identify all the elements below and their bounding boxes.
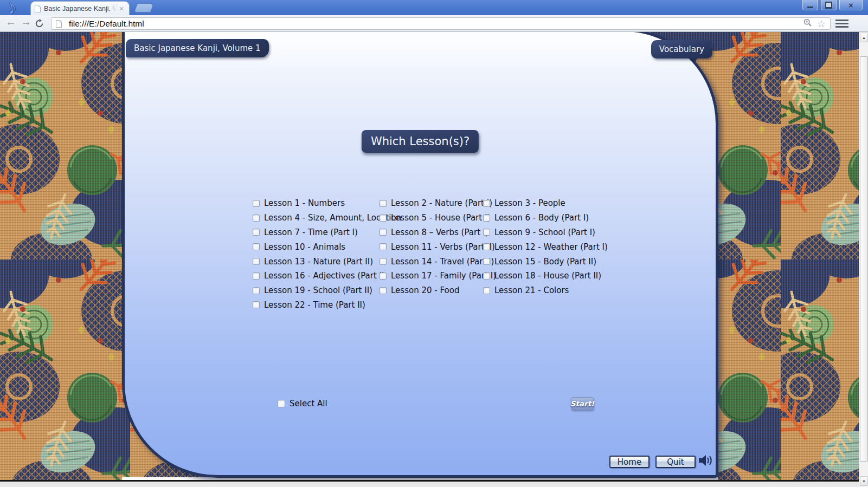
lesson-checkbox[interactable] xyxy=(253,229,260,236)
lesson-label: Lesson 22 - Time (Part II) xyxy=(264,300,365,310)
start-button[interactable]: Start! xyxy=(571,397,594,410)
lesson-checkbox[interactable] xyxy=(380,200,387,207)
lesson-label: Lesson 6 - Body (Part I) xyxy=(494,213,589,223)
lesson-checkbox[interactable] xyxy=(253,301,260,308)
lesson-checkbox[interactable] xyxy=(483,215,490,222)
lesson-label: Lesson 10 - Animals xyxy=(264,242,345,252)
lesson-label: Lesson 8 – Verbs (Part I) xyxy=(391,228,488,237)
lesson-label: Lesson 18 - House (Part II) xyxy=(494,271,601,281)
lesson-label: Lesson 5 - House (Part I) xyxy=(391,213,490,223)
lesson-column-3: Lesson 3 - PeopleLesson 6 - Body (Part I… xyxy=(483,196,608,298)
lesson-checkbox[interactable] xyxy=(253,200,260,207)
lesson-checkbox-row[interactable]: Lesson 5 - House (Part I) xyxy=(380,211,496,225)
lesson-label: Lesson 13 - Nature (Part II) xyxy=(264,257,373,267)
hamburger-icon xyxy=(835,20,848,21)
tab-title-fade xyxy=(108,3,118,14)
scrollbar-thumb[interactable] xyxy=(860,56,868,462)
lesson-column-2: Lesson 2 - Nature (Part I)Lesson 5 - Hou… xyxy=(380,196,496,298)
lesson-checkbox-row[interactable]: Lesson 3 - People xyxy=(483,196,608,211)
lesson-checkbox[interactable] xyxy=(253,215,260,222)
browser-toolbar: ← → file:///E:/Default.html ☆ xyxy=(0,15,868,32)
lesson-checkbox-row[interactable]: Lesson 9 - School (Part I) xyxy=(483,225,608,240)
lesson-checkbox[interactable] xyxy=(380,215,387,222)
restore-icon xyxy=(825,2,832,8)
lesson-checkbox[interactable] xyxy=(483,272,490,280)
page-icon xyxy=(35,5,41,12)
close-button[interactable]: × xyxy=(839,0,863,10)
lesson-label: Lesson 17 - Family (Part I) xyxy=(391,271,496,281)
browser-titlebar: ♪ Basic Japanese Kanji, Volume × × xyxy=(0,0,868,15)
new-tab-button[interactable] xyxy=(134,3,155,12)
tab-close-icon[interactable]: × xyxy=(119,5,124,12)
lesson-checkbox-row[interactable]: Lesson 2 - Nature (Part I) xyxy=(380,196,496,211)
lesson-checkbox[interactable] xyxy=(380,243,387,250)
restore-button[interactable] xyxy=(821,0,837,10)
page-viewport: Basic Japanese Kanji, Volume 1 Vocabular… xyxy=(0,32,859,480)
forward-button[interactable]: → xyxy=(21,16,31,28)
home-button[interactable]: Home xyxy=(609,456,650,468)
lesson-checkbox[interactable] xyxy=(253,258,260,265)
lesson-checkbox[interactable] xyxy=(483,258,490,265)
lesson-label: Lesson 20 - Food xyxy=(391,285,459,295)
lesson-checkbox[interactable] xyxy=(380,287,387,294)
lesson-checkbox[interactable] xyxy=(253,287,260,294)
lesson-label: Lesson 11 - Verbs (Part II) xyxy=(391,242,495,252)
lesson-checkbox[interactable] xyxy=(253,272,260,280)
lesson-label: Lesson 12 - Weather (Part I) xyxy=(494,242,608,252)
lesson-checkbox[interactable] xyxy=(380,258,387,265)
reload-button[interactable] xyxy=(35,19,44,30)
lesson-checkbox[interactable] xyxy=(380,229,387,236)
lesson-checkbox-row[interactable]: Lesson 21 - Colors xyxy=(483,283,608,298)
speaker-icon[interactable] xyxy=(698,454,714,469)
back-button[interactable]: ← xyxy=(5,16,16,28)
lesson-checkbox-row[interactable]: Lesson 12 - Weather (Part I) xyxy=(483,239,608,254)
lesson-checkbox-row[interactable]: Lesson 8 – Verbs (Part I) xyxy=(380,225,496,240)
lesson-checkbox-row[interactable]: Lesson 6 - Body (Part I) xyxy=(483,211,608,225)
lesson-label: Lesson 2 - Nature (Part I) xyxy=(391,198,492,208)
lesson-checkbox-row[interactable]: Lesson 11 - Verbs (Part II) xyxy=(380,239,496,254)
tab-title: Basic Japanese Kanji, Volume xyxy=(44,5,118,12)
reload-icon xyxy=(35,19,44,28)
lesson-checkbox-row[interactable]: Lesson 22 - Time (Part II) xyxy=(253,298,401,313)
tab-vocabulary[interactable]: Vocabulary xyxy=(651,40,712,59)
address-bar[interactable]: file:///E:/Default.html ☆ xyxy=(51,17,831,30)
lesson-checkbox-row[interactable]: Lesson 20 - Food xyxy=(380,283,496,298)
select-all-row[interactable]: Select All xyxy=(278,399,327,408)
close-icon: × xyxy=(848,1,853,9)
lesson-checkbox[interactable] xyxy=(483,287,490,294)
vertical-scrollbar[interactable]: ▲ ▼ xyxy=(859,32,868,487)
lesson-label: Lesson 14 - Travel (Part I) xyxy=(391,257,494,267)
lesson-checkbox-row[interactable]: Lesson 15 - Body (Part II) xyxy=(483,254,608,269)
minimize-button[interactable] xyxy=(802,0,818,10)
window-controls: × xyxy=(802,0,863,10)
select-all-checkbox[interactable] xyxy=(278,400,285,407)
bookmark-star-icon[interactable]: ☆ xyxy=(817,19,826,29)
browser-tab[interactable]: Basic Japanese Kanji, Volume × xyxy=(30,1,130,15)
page-icon xyxy=(56,20,62,28)
select-all-label: Select All xyxy=(290,399,327,408)
zoom-icon[interactable] xyxy=(803,18,812,29)
window-bottom-strip xyxy=(0,482,859,487)
lesson-label: Lesson 9 - School (Part I) xyxy=(494,228,595,237)
lesson-checkbox[interactable] xyxy=(483,243,490,250)
lesson-label: Lesson 21 - Colors xyxy=(494,285,569,295)
browser-menu-button[interactable] xyxy=(835,20,849,28)
lesson-checkbox-row[interactable]: Lesson 18 - House (Part II) xyxy=(483,269,608,283)
lesson-label: Lesson 7 - Time (Part I) xyxy=(264,228,358,237)
lesson-checkbox[interactable] xyxy=(253,243,260,250)
lesson-label: Lesson 3 - People xyxy=(494,198,565,208)
lesson-label: Lesson 1 - Numbers xyxy=(264,198,345,208)
scroll-up-button[interactable]: ▲ xyxy=(860,33,868,42)
lesson-checkbox-row[interactable]: Lesson 14 - Travel (Part I) xyxy=(380,254,496,269)
url-text[interactable]: file:///E:/Default.html xyxy=(69,19,803,29)
lesson-checkbox[interactable] xyxy=(483,229,490,236)
lesson-checkbox-row[interactable]: Lesson 17 - Family (Part I) xyxy=(380,269,496,283)
lesson-label: Lesson 19 - School (Part II) xyxy=(264,285,372,295)
lesson-panel: Basic Japanese Kanji, Volume 1 Vocabular… xyxy=(122,32,718,478)
scroll-down-button[interactable]: ▼ xyxy=(860,476,868,486)
lesson-checkbox[interactable] xyxy=(483,200,490,207)
lesson-checkbox[interactable] xyxy=(380,272,387,280)
minimize-icon xyxy=(807,7,813,8)
quit-button[interactable]: Quit xyxy=(655,456,696,468)
lesson-label: Lesson 16 - Adjectives (Part I) xyxy=(264,271,385,281)
